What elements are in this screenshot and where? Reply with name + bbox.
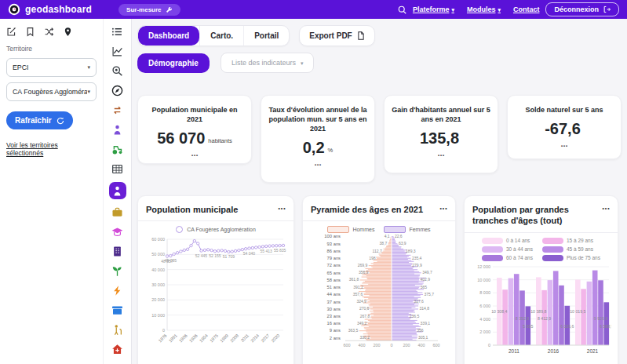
rail-table-icon[interactable] (109, 162, 126, 176)
tab-portail[interactable]: Portail (243, 26, 289, 46)
svg-text:8 352,8: 8 352,8 (516, 315, 529, 320)
svg-text:9 ans: 9 ans (330, 329, 341, 333)
search-icon[interactable] (398, 5, 406, 14)
kpi-card-gain: Gain d'habitants annuel sur 5 ans en 202… (384, 95, 498, 173)
module-icon-rail (104, 19, 132, 364)
rail-seedling-icon[interactable] (109, 264, 126, 278)
svg-text:1926: 1926 (188, 333, 199, 344)
svg-text:63,9: 63,9 (399, 241, 406, 246)
chart-menu[interactable]: ... (439, 204, 447, 209)
rail-bolt-icon[interactable] (109, 284, 126, 297)
view-tab-group: Dashboard Carto. Portail (137, 25, 290, 46)
kpi-card-solde: Solde naturel sur 5 ans -67,6 ... (507, 95, 622, 159)
legend-item: 0 à 14 ans (482, 238, 533, 244)
territory-select[interactable]: CA Fougères Agglomératio ▾ (6, 82, 97, 101)
svg-text:2 ans: 2 ans (330, 336, 341, 340)
svg-text:4,1: 4,1 (385, 235, 390, 238)
chart-menu[interactable]: ... (278, 204, 286, 209)
legend-item: 60 à 74 ans (482, 255, 533, 261)
rail-box-icon[interactable] (109, 304, 126, 317)
rail-building-icon[interactable] (109, 245, 126, 258)
svg-text:361,8: 361,8 (349, 278, 359, 282)
rail-chart-line-icon[interactable] (109, 45, 126, 58)
rail-tractor-icon[interactable] (109, 143, 126, 156)
kpi-menu[interactable]: ... (391, 151, 491, 155)
edit-icon[interactable] (6, 27, 16, 37)
svg-text:10 308,4: 10 308,4 (491, 309, 507, 314)
chevron-down-icon: ▾ (87, 89, 90, 95)
line-chart-plot: 010 00020 00030 00040 00050 00060 00048 … (146, 233, 286, 358)
kpi-title: Taux d'évolution annuel de la population… (268, 105, 368, 133)
rail-repeat-icon[interactable] (109, 104, 126, 117)
legend-swatch (482, 246, 503, 253)
tab-dashboard[interactable]: Dashboard (138, 26, 199, 46)
svg-text:51 709: 51 709 (223, 254, 235, 259)
svg-text:2008: 2008 (229, 333, 239, 344)
file-icon (357, 31, 365, 40)
rail-list-icon[interactable] (109, 25, 126, 38)
svg-text:4 000: 4 000 (479, 316, 490, 321)
rail-person-icon[interactable] (109, 123, 126, 136)
tab-carto[interactable]: Carto. (199, 26, 243, 46)
indicators-select[interactable]: Liste des indicateurs ▾ (221, 53, 315, 73)
svg-text:2021: 2021 (587, 348, 599, 354)
rail-briefcase-icon[interactable] (109, 206, 126, 219)
legend-label: Femmes (409, 227, 430, 232)
logout-button[interactable]: Déconnexion (545, 2, 619, 16)
svg-text:2016: 2016 (548, 348, 560, 354)
export-pdf-button[interactable]: Export PDF (299, 25, 374, 46)
sur-mesure-badge[interactable]: Sur-mesure (118, 4, 180, 16)
rail-house-medical-icon[interactable] (109, 343, 126, 356)
svg-text:0: 0 (162, 328, 165, 333)
bookmark-icon[interactable] (25, 27, 35, 37)
refresh-button[interactable]: Rafraîchir (6, 111, 73, 129)
rail-graduation-icon[interactable] (109, 225, 126, 238)
svg-text:55 835: 55 835 (274, 248, 286, 253)
refresh-label: Rafraîchir (15, 116, 52, 125)
rail-search-stats-icon[interactable] (109, 64, 126, 78)
svg-text:100 ans: 100 ans (324, 235, 341, 238)
bar-chart-card: Population par grandes tranches d'âges (… (464, 195, 618, 364)
location-icon[interactable] (63, 27, 73, 37)
svg-text:356,9: 356,9 (359, 270, 369, 275)
shuffle-icon[interactable] (44, 27, 54, 37)
kpi-menu[interactable]: ... (268, 161, 368, 164)
bar-chart-plot: 02 0004 0006 0008 00010 00012 0002011201… (472, 264, 610, 362)
svg-text:1876: 1876 (158, 333, 168, 344)
legend-swatch (542, 238, 563, 244)
demographie-button[interactable]: Démographie (137, 53, 210, 73)
legend-swatch-hommes (327, 226, 349, 233)
svg-text:54 040: 54 040 (243, 251, 256, 256)
brand[interactable]: geodashboard (8, 3, 92, 16)
svg-text:2 000: 2 000 (479, 329, 490, 334)
legend-label: 30 à 44 ans (506, 246, 533, 252)
nav-link-plateforme[interactable]: Plateforme ▾ (413, 5, 454, 13)
nav-link-contact[interactable]: Contact (513, 5, 540, 13)
svg-text:55 413: 55 413 (261, 249, 273, 253)
svg-text:2011: 2011 (509, 348, 519, 354)
rail-demography-icon[interactable] (109, 182, 126, 199)
level-select-value: EPCI (13, 64, 29, 71)
legend-marker-icon (176, 226, 183, 233)
chart-menu[interactable]: ... (602, 204, 610, 209)
kpi-menu[interactable]: ... (514, 142, 614, 145)
legend-item: 45 à 59 ans (542, 246, 600, 253)
legend-label: 45 à 59 ans (567, 246, 593, 252)
chart-title: Population par grandes tranches d'âges (… (472, 204, 590, 227)
rail-compass-icon[interactable] (109, 84, 126, 97)
svg-text:2020: 2020 (270, 333, 280, 344)
svg-text:6 026,6: 6 026,6 (560, 323, 574, 328)
svg-text:0: 0 (390, 344, 392, 348)
bar-chart-legend: 0 à 14 ans15 à 29 ans30 à 44 ans45 à 59 … (472, 238, 610, 261)
svg-text:2011: 2011 (240, 333, 250, 344)
nav-link-modules[interactable]: Modules ▾ (467, 5, 501, 13)
kpi-card-population: Population municipale en 2021 56 070 hab… (137, 95, 252, 164)
kpi-menu[interactable]: ... (144, 151, 245, 155)
legend-swatch (482, 255, 503, 261)
chart-title: Pyramide des âges en 2021 (311, 204, 423, 215)
nav-links: Plateforme ▾ Modules ▾ Contact (413, 5, 540, 13)
kpi-value: -67,6 (545, 121, 581, 136)
level-select[interactable]: EPCI ▾ (6, 58, 97, 77)
rail-person-cane-icon[interactable] (109, 323, 126, 337)
view-territories-link[interactable]: Voir les territoires sélectionnés (6, 141, 97, 157)
